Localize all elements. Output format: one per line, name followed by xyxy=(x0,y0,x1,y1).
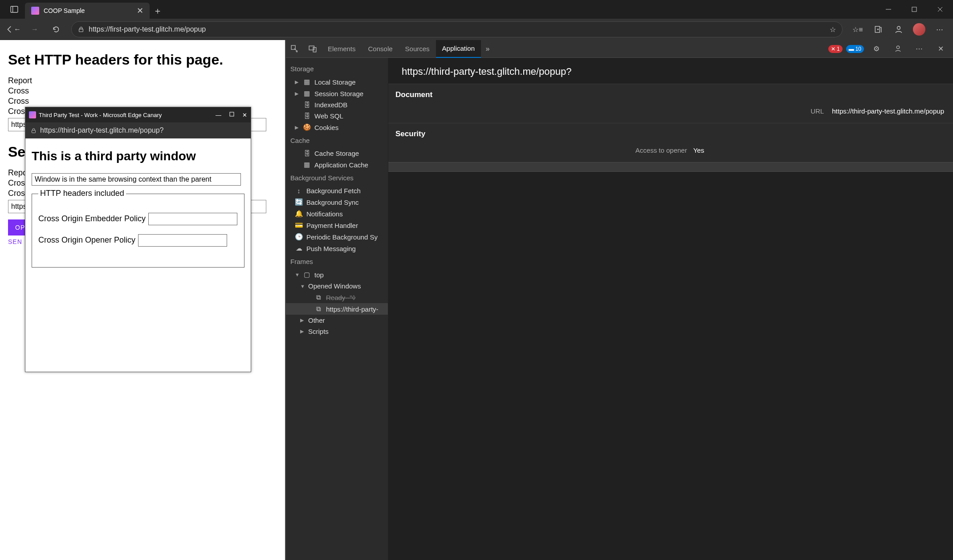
popup-fieldset: HTTP headers included Cross Origin Embed… xyxy=(32,194,244,268)
page-text-report: Report xyxy=(8,76,277,85)
sidebar-item-top-frame[interactable]: ▼▢top xyxy=(286,269,388,280)
devtools-tabbar: Elements Console Sources Application » ✕… xyxy=(286,40,953,58)
sidebar-item-bg-fetch[interactable]: ↕Background Fetch xyxy=(286,185,388,196)
refresh-button[interactable] xyxy=(46,20,66,39)
forward-button[interactable]: → xyxy=(25,20,45,39)
devtools-close-icon[interactable]: ✕ xyxy=(932,40,949,58)
popup-maximize-icon[interactable] xyxy=(229,112,234,118)
coop-input[interactable] xyxy=(138,234,227,247)
popup-close-icon[interactable]: ✕ xyxy=(242,112,247,118)
browser-tab-active[interactable]: COOP Sample ✕ xyxy=(25,3,150,19)
coep-label: Cross Origin Embedder Policy xyxy=(38,214,146,223)
lock-icon xyxy=(78,26,84,32)
document-panel: Document URL https://third-party-test.gl… xyxy=(388,84,953,123)
menu-icon[interactable]: ⋯ xyxy=(930,20,949,39)
inspect-element-icon[interactable] xyxy=(286,40,304,58)
window-controls xyxy=(876,0,953,19)
tab-application[interactable]: Application xyxy=(436,40,481,58)
sidebar-item-popup-frame[interactable]: ⧉https://third-party- xyxy=(286,303,388,315)
popup-url: https://third-party-test.glitch.me/popup… xyxy=(40,126,163,134)
tab-close-icon[interactable]: ✕ xyxy=(137,6,143,16)
sidebar-item-payment[interactable]: 💳Payment Handler xyxy=(286,219,388,231)
devtools-body: Storage ▶▦Local Storage ▶▦Session Storag… xyxy=(286,58,953,560)
sidebar-item-periodic[interactable]: 🕒Periodic Background Sy xyxy=(286,231,388,243)
new-tab-button[interactable]: ＋ xyxy=(150,3,166,19)
sidebar-item-notifications[interactable]: 🔔Notifications xyxy=(286,208,388,219)
popup-titlebar[interactable]: Third Party Test - Work - Microsoft Edge… xyxy=(25,107,251,122)
profile-icon[interactable] xyxy=(889,20,908,39)
address-url: https://first-party-test.glitch.me/popup xyxy=(89,25,206,33)
address-bar[interactable]: https://first-party-test.glitch.me/popup… xyxy=(71,21,843,37)
webpage-body: Set HTTP headers for this page. Report C… xyxy=(0,40,285,560)
devtools-main: https://third-party-test.glitch.me/popup… xyxy=(388,58,953,560)
back-button[interactable]: ← xyxy=(4,20,23,39)
popup-body: This is a third party window HTTP header… xyxy=(25,138,251,274)
favorites-icon[interactable]: ☆≡ xyxy=(848,20,867,39)
popup-legend: HTTP headers included xyxy=(38,189,126,198)
popup-favicon xyxy=(29,111,36,118)
access-key: Access to opener xyxy=(635,146,687,154)
browser-toolbar: ← → https://first-party-test.glitch.me/p… xyxy=(0,19,953,40)
document-header: Document xyxy=(395,90,944,99)
browser-titlebar: COOP Sample ✕ ＋ xyxy=(0,0,953,19)
detail-url-header: https://third-party-test.glitch.me/popup… xyxy=(388,58,953,84)
window-minimize-icon[interactable] xyxy=(876,0,901,19)
devtools-panel: Elements Console Sources Application » ✕… xyxy=(285,40,953,560)
sidebar-item-push[interactable]: ☁Push Messaging xyxy=(286,243,388,254)
sidebar-item-cache-storage[interactable]: 🗄Cache Storage xyxy=(286,148,388,159)
window-maximize-icon[interactable] xyxy=(901,0,927,19)
content-split: Set HTTP headers for this page. Report C… xyxy=(0,40,953,560)
window-close-icon[interactable] xyxy=(927,0,953,19)
messages-badge[interactable]: ▬10 xyxy=(846,45,864,53)
svg-rect-6 xyxy=(230,112,234,116)
tab-actions-icon[interactable] xyxy=(4,0,25,19)
favorite-icon[interactable]: ☆ xyxy=(830,25,836,34)
page-text-cross2: Cross xyxy=(8,97,277,106)
tab-console[interactable]: Console xyxy=(362,40,399,58)
coep-input[interactable] xyxy=(148,213,237,225)
popup-minimize-icon[interactable]: — xyxy=(216,112,221,118)
tab-sources[interactable]: Sources xyxy=(399,40,436,58)
access-value: Yes xyxy=(693,146,704,154)
svg-rect-2 xyxy=(912,7,916,12)
tab-overflow-icon[interactable]: » xyxy=(481,40,494,58)
security-header: Security xyxy=(395,130,944,138)
bg-services-header: Background Services xyxy=(286,170,388,185)
page-text-cross1: Cross xyxy=(8,86,277,96)
svg-rect-3 xyxy=(79,29,83,32)
selected-row-indicator xyxy=(388,162,953,172)
sidebar-item-websql[interactable]: 🗄Web SQL xyxy=(286,110,388,122)
frames-header: Frames xyxy=(286,254,388,269)
sidebar-item-opened-windows[interactable]: ▼Opened Windows xyxy=(286,280,388,292)
sidebar-item-ready[interactable]: ⧉Ready--"◊ xyxy=(286,292,388,303)
security-panel: Security Access to opener Yes xyxy=(388,123,953,162)
avatar[interactable] xyxy=(909,20,929,39)
collections-icon[interactable] xyxy=(868,20,888,39)
tab-title: COOP Sample xyxy=(44,7,85,14)
more-icon[interactable]: ⋯ xyxy=(910,40,928,58)
device-toggle-icon[interactable] xyxy=(304,40,322,58)
settings-icon[interactable]: ⚙ xyxy=(867,40,885,58)
feedback-icon[interactable] xyxy=(889,40,907,58)
page-heading-1: Set HTTP headers for this page. xyxy=(8,52,277,68)
sidebar-item-cookies[interactable]: ▶🍪Cookies xyxy=(286,122,388,133)
lock-icon xyxy=(31,128,37,134)
devtools-sidebar: Storage ▶▦Local Storage ▶▦Session Storag… xyxy=(286,58,388,560)
toolbar-right: ☆≡ ⋯ xyxy=(848,20,949,39)
tab-favicon xyxy=(31,7,39,15)
svg-point-5 xyxy=(897,26,900,29)
sidebar-item-session-storage[interactable]: ▶▦Session Storage xyxy=(286,88,388,99)
sidebar-item-scripts[interactable]: ▶Scripts xyxy=(286,326,388,337)
svg-rect-7 xyxy=(32,130,35,133)
popup-status-input[interactable] xyxy=(32,173,241,186)
sidebar-item-indexeddb[interactable]: 🗄IndexedDB xyxy=(286,99,388,110)
errors-badge[interactable]: ✕1 xyxy=(828,45,843,53)
popup-window: Third Party Test - Work - Microsoft Edge… xyxy=(25,107,251,372)
tab-elements[interactable]: Elements xyxy=(322,40,362,58)
sidebar-item-app-cache[interactable]: ▦Application Cache xyxy=(286,159,388,170)
sidebar-item-bg-sync[interactable]: 🔄Background Sync xyxy=(286,196,388,208)
popup-address-bar[interactable]: https://third-party-test.glitch.me/popup… xyxy=(25,122,251,138)
sidebar-item-other[interactable]: ▶Other xyxy=(286,315,388,326)
sidebar-item-local-storage[interactable]: ▶▦Local Storage xyxy=(286,76,388,88)
tab-host: COOP Sample ✕ ＋ xyxy=(0,0,166,19)
